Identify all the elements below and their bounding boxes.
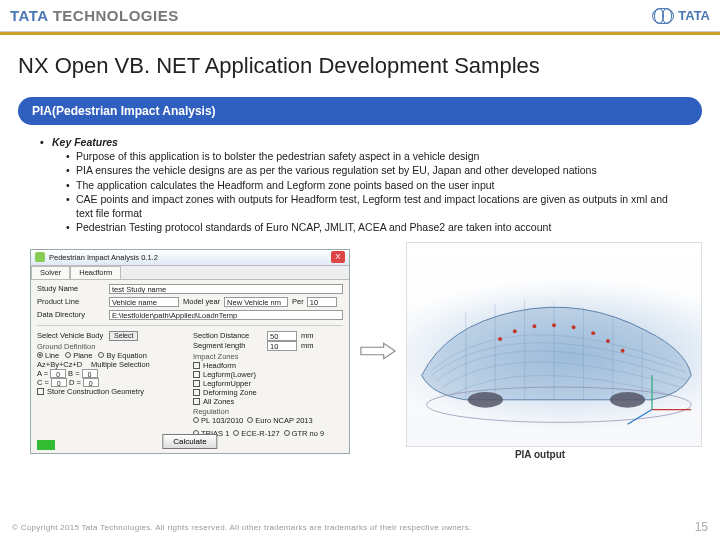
button-select-vehicle[interactable]: Select — [109, 331, 138, 341]
label-select-vehicle: Select Vehicle Body — [37, 331, 105, 340]
radio-reg-ece[interactable]: ECE-R-127 — [233, 429, 279, 438]
feature-item: Purpose of this application is to bolste… — [66, 149, 680, 163]
input-product-line[interactable]: Vehicle name — [109, 297, 179, 307]
section-pill: PIA(Pedestrian Impact Analysis) — [18, 97, 702, 125]
pia-window: Pedestrian Impact Analysis 0.1.2 X Solve… — [30, 249, 350, 454]
window-title: Pedestrian Impact Analysis 0.1.2 — [49, 253, 327, 262]
tab-headform[interactable]: Headform — [70, 266, 121, 279]
mock-area: Pedestrian Impact Analysis 0.1.2 X Solve… — [0, 238, 720, 460]
input-study-name[interactable]: test Study name — [109, 284, 343, 294]
chk-deforming-zone[interactable]: Deforming Zone — [193, 388, 343, 397]
label-regulation: Regulation — [193, 407, 343, 416]
radio-reg-gtr[interactable]: GTR no 9 — [284, 429, 325, 438]
radio-reg-euroncap[interactable]: Euro NCAP 2013 — [247, 416, 312, 425]
label-equation: Az+By+Cz+D — [37, 360, 89, 369]
label-product-line: Product Line — [37, 297, 105, 306]
chk-legform-lower[interactable]: Legform(Lower) — [193, 370, 343, 379]
chk-all-zones[interactable]: All Zones — [193, 397, 343, 406]
feature-item: The application calculates the Headform … — [66, 178, 680, 192]
pia-output-render — [406, 242, 702, 447]
copyright: © Copyright 2015 Tata Technologies. All … — [12, 523, 472, 532]
input-percentile[interactable]: 10 — [307, 297, 337, 307]
svg-line-20 — [628, 410, 653, 425]
label-segment-length: Segment length — [193, 341, 263, 350]
label-data-dir: Data Directory — [37, 310, 105, 319]
checkbox-store-geometry[interactable]: Store Construction Geometry — [37, 387, 187, 396]
input-model-year[interactable]: New Vehicle nm — [224, 297, 288, 307]
footer: © Copyright 2015 Tata Technologies. All … — [12, 520, 708, 534]
input-data-dir[interactable]: E:\testfolder\path\Applied\LoadnTemp — [109, 310, 343, 320]
label-study-name: Study Name — [37, 284, 105, 293]
label-percentile: Per — [292, 297, 304, 306]
tata-logo-icon — [652, 8, 674, 24]
chk-legform-upper[interactable]: LegformUpper — [193, 379, 343, 388]
svg-point-9 — [552, 324, 556, 328]
tata-mark: TATA — [652, 8, 710, 24]
input-section-distance[interactable]: 50 — [267, 331, 297, 341]
input-segment-length[interactable]: 10 — [267, 341, 297, 351]
page-number: 15 — [695, 520, 708, 534]
tata-mark-text: TATA — [678, 8, 710, 23]
brand: TATA TECHNOLOGIES — [10, 7, 179, 24]
titlebar: Pedestrian Impact Analysis 0.1.2 X — [31, 250, 349, 266]
label-model-year: Model year — [183, 297, 220, 306]
feature-item: CAE points and impact zones with outputs… — [66, 192, 680, 220]
svg-point-12 — [606, 339, 610, 343]
svg-point-11 — [591, 331, 595, 335]
svg-point-7 — [513, 329, 517, 333]
radio-plane[interactable]: Plane — [65, 351, 92, 360]
chk-headform[interactable]: Headform — [193, 361, 343, 370]
key-features: Key Features Purpose of this application… — [40, 135, 680, 234]
svg-point-14 — [498, 337, 502, 341]
svg-point-13 — [621, 349, 625, 353]
status-icon — [37, 440, 55, 450]
feature-item: PIA ensures the vehicle designs are as p… — [66, 163, 680, 177]
svg-point-8 — [532, 325, 536, 329]
input-eq-d[interactable]: 0 — [83, 378, 99, 387]
label-section-distance: Section Distance — [193, 331, 263, 340]
label-ground-def: Ground Definition — [37, 342, 187, 351]
radio-line[interactable]: Line — [37, 351, 59, 360]
page-title: NX Open VB. NET Application Development … — [0, 35, 720, 89]
svg-point-10 — [572, 326, 576, 330]
label-impact-zones: Impact Zones — [193, 352, 343, 361]
key-features-heading: Key Features — [52, 136, 118, 148]
input-eq-a[interactable]: 0 — [50, 369, 66, 378]
input-eq-b[interactable]: 0 — [82, 369, 98, 378]
output-caption: PIA output — [406, 449, 674, 460]
arrow-icon — [358, 339, 398, 363]
header-bar: TATA TECHNOLOGIES TATA — [0, 0, 720, 32]
input-eq-c[interactable]: 0 — [51, 378, 67, 387]
label-multisel: Multiple Selection — [91, 360, 150, 369]
feature-item: Pedestrian Testing protocol standards of… — [66, 220, 680, 234]
svg-point-15 — [468, 392, 503, 408]
tab-solver[interactable]: Solver — [31, 266, 70, 279]
brand-tech: TECHNOLOGIES — [53, 7, 179, 24]
app-icon — [35, 252, 45, 262]
svg-point-16 — [610, 392, 645, 408]
radio-reg-pl[interactable]: PL 103/2010 — [193, 416, 243, 425]
close-icon[interactable]: X — [331, 251, 345, 263]
tabstrip: Solver Headform — [31, 266, 349, 280]
calculate-button[interactable]: Calculate — [162, 434, 217, 449]
brand-tata: TATA — [10, 7, 49, 24]
window-body: Study Name test Study name Product Line … — [31, 280, 349, 453]
radio-by-equation[interactable]: By Equation — [98, 351, 146, 360]
